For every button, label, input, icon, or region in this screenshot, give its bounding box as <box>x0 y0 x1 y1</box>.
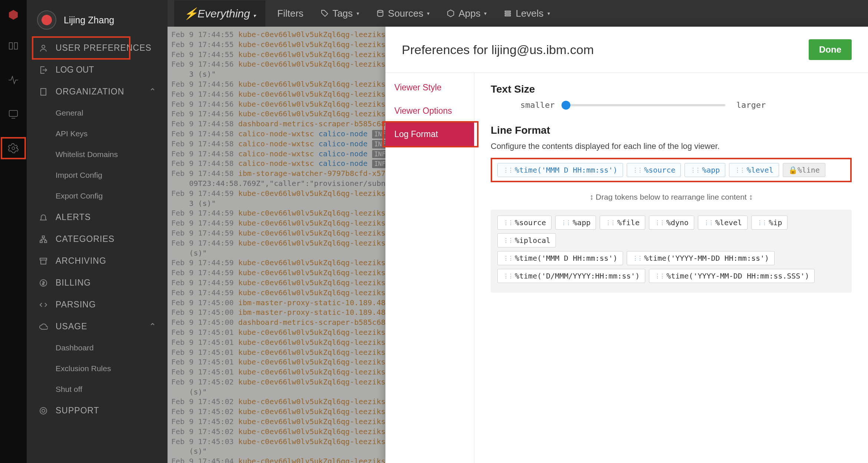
sidebar-sub-item[interactable]: Export Config <box>27 186 168 206</box>
archive-icon <box>38 257 49 266</box>
nav-organization[interactable]: ORGANIZATION ⌃ <box>27 81 168 103</box>
svg-rect-1 <box>9 43 13 49</box>
chevron-up-icon: ⌃ <box>149 322 156 332</box>
logout-icon <box>38 66 49 74</box>
boards-icon[interactable] <box>4 37 22 55</box>
nav-alerts[interactable]: ALERTS <box>27 206 168 228</box>
nav-support[interactable]: SUPPORT <box>27 400 168 422</box>
modal-tab[interactable]: Log Format <box>385 123 474 146</box>
svg-rect-7 <box>41 89 46 95</box>
nav-categories[interactable]: CATEGORIES <box>27 228 168 250</box>
svg-rect-10 <box>42 236 44 238</box>
modal-content: Text Size smaller larger Line Format Con… <box>474 73 868 463</box>
svg-point-16 <box>42 409 45 412</box>
settings-icon[interactable] <box>4 139 22 157</box>
text-size-heading: Text Size <box>491 83 852 95</box>
cloud-icon <box>38 322 49 331</box>
icon-rail <box>0 0 27 463</box>
palette-token[interactable]: ⋮⋮%time('YYYY-MM-DD HH:mm:ss') <box>627 251 775 265</box>
format-token[interactable]: ⋮⋮%app <box>685 163 725 177</box>
apps-dropdown[interactable]: Apps ▾ <box>441 8 492 19</box>
code-icon <box>38 300 49 309</box>
nav-logout[interactable]: LOG OUT <box>27 59 168 81</box>
slider-track[interactable] <box>566 104 725 106</box>
tags-dropdown[interactable]: Tags ▾ <box>315 8 364 19</box>
activity-icon[interactable] <box>4 71 22 89</box>
svg-marker-0 <box>9 10 18 20</box>
preferences-modal: Preferences for lijing@us.ibm.com Done V… <box>385 27 868 463</box>
modal-tabs: Viewer StyleViewer OptionsLog Format <box>385 73 474 463</box>
svg-point-5 <box>12 147 15 150</box>
svg-rect-11 <box>40 241 42 243</box>
dollar-icon <box>38 279 49 287</box>
palette-token[interactable]: ⋮⋮%time('MMM D HH:mm:ss') <box>497 251 623 265</box>
svg-rect-3 <box>9 110 18 116</box>
sidebar-sub-item[interactable]: General <box>27 103 168 123</box>
avatar <box>37 10 56 30</box>
format-token[interactable]: ⋮⋮%time('MMM D HH:mm:ss') <box>497 163 623 177</box>
svg-rect-20 <box>505 15 511 16</box>
bell-icon <box>38 213 49 222</box>
text-size-slider[interactable]: smaller larger <box>520 100 852 110</box>
svg-rect-13 <box>40 258 47 260</box>
sidebar-sub-item[interactable]: Shut off <box>27 379 168 400</box>
user-name: Lijing Zhang <box>64 15 114 26</box>
line-format-heading: Line Format <box>491 124 852 136</box>
drag-hint: ↕ Drag tokens below to rearrange line co… <box>491 193 852 201</box>
smaller-label: smaller <box>520 100 555 110</box>
palette-token[interactable]: ⋮⋮%ip <box>751 216 788 230</box>
palette-token[interactable]: ⋮⋮%dyno <box>649 216 694 230</box>
slider-thumb[interactable] <box>561 101 570 110</box>
active-tokens-row[interactable]: ⋮⋮%time('MMM D HH:mm:ss')⋮⋮%source⋮⋮%app… <box>491 158 852 182</box>
nav-billing[interactable]: BILLING <box>27 272 168 294</box>
user-row[interactable]: Lijing Zhang <box>27 3 168 37</box>
filters-button[interactable]: Filters <box>272 8 309 19</box>
palette-token[interactable]: ⋮⋮%iplocal <box>497 233 556 247</box>
topbar: ⚡Everything ▾ Filters Tags ▾ Sources ▾ A… <box>168 0 868 27</box>
token-palette: ⋮⋮%source⋮⋮%app⋮⋮%file⋮⋮%dyno⋮⋮%level⋮⋮%… <box>491 210 852 293</box>
chevron-up-icon: ⌃ <box>149 87 156 97</box>
nav-user-preferences[interactable]: USER PREFERENCES <box>27 37 168 59</box>
nav-archiving[interactable]: ARCHIVING <box>27 250 168 272</box>
sidebar-sub-item[interactable]: Whitelist Domains <box>27 144 168 165</box>
palette-token[interactable]: ⋮⋮%time('D/MMM/YYYY:HH:mm:ss') <box>497 269 645 283</box>
monitor-icon[interactable] <box>4 105 22 123</box>
larger-label: larger <box>736 100 766 110</box>
modal-tab[interactable]: Viewer Options <box>385 99 474 123</box>
palette-token[interactable]: ⋮⋮%app <box>555 216 596 230</box>
sidebar-sub-item[interactable]: API Keys <box>27 123 168 144</box>
sources-dropdown[interactable]: Sources ▾ <box>371 8 435 19</box>
svg-rect-2 <box>14 43 18 49</box>
life-ring-icon <box>38 406 49 415</box>
format-token[interactable]: ⋮⋮%level <box>729 163 779 177</box>
svg-point-15 <box>40 407 47 414</box>
sidebar-sub-item[interactable]: Dashboard <box>27 337 168 358</box>
modal-tab[interactable]: Viewer Style <box>385 76 474 99</box>
svg-point-6 <box>42 45 45 48</box>
format-token[interactable]: 🔒%line <box>783 163 825 177</box>
palette-token[interactable]: ⋮⋮%time('YYYY-MM-DD HH:mm:ss.SSS') <box>649 269 815 283</box>
sitemap-icon <box>38 235 49 244</box>
done-button[interactable]: Done <box>809 39 852 60</box>
palette-token[interactable]: ⋮⋮%source <box>497 216 551 230</box>
logo-icon[interactable] <box>4 6 22 24</box>
sidebar-sub-item[interactable]: Exclusion Rules <box>27 358 168 379</box>
palette-token[interactable]: ⋮⋮%file <box>600 216 645 230</box>
nav-usage[interactable]: USAGE ⌃ <box>27 316 168 337</box>
modal-header: Preferences for lijing@us.ibm.com Done <box>385 27 868 73</box>
everything-dropdown[interactable]: ⚡Everything ▾ <box>174 0 265 27</box>
svg-rect-19 <box>505 13 511 14</box>
levels-dropdown[interactable]: Levels ▾ <box>498 8 555 19</box>
nav-parsing[interactable]: PARSING <box>27 294 168 316</box>
sidebar-sub-item[interactable]: Import Config <box>27 165 168 186</box>
svg-point-17 <box>377 10 383 13</box>
building-icon <box>38 87 49 96</box>
svg-rect-18 <box>505 11 511 12</box>
format-token[interactable]: ⋮⋮%source <box>627 163 681 177</box>
settings-sidebar: Lijing Zhang USER PREFERENCES LOG OUT OR… <box>27 0 168 463</box>
line-format-desc: Configure the contents displayed for eac… <box>491 141 852 151</box>
svg-rect-12 <box>44 241 47 243</box>
modal-title: Preferences for lijing@us.ibm.com <box>402 43 594 57</box>
person-icon <box>38 44 49 53</box>
palette-token[interactable]: ⋮⋮%level <box>698 216 748 230</box>
